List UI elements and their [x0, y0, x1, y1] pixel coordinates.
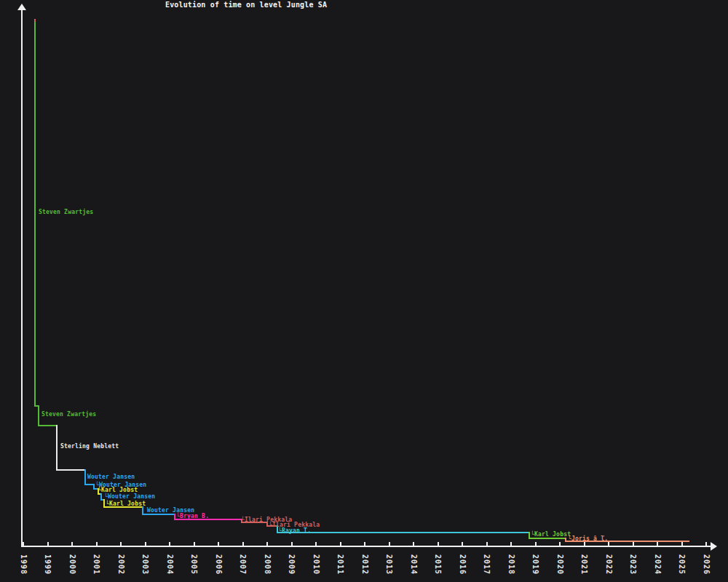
axis-tick [23, 542, 24, 547]
axis-tick [705, 542, 707, 547]
year-tick-label: 2006 [215, 554, 223, 575]
record-label: └Rayan T. [278, 528, 311, 534]
year-tick-label: 2007 [239, 554, 247, 575]
axis-tick [315, 542, 317, 547]
record-label: └Wouter Jansen [104, 494, 155, 500]
record-label: Steven Zwartjes [41, 412, 96, 418]
year-tick-label: 2008 [264, 554, 272, 575]
axis-tick [145, 542, 146, 547]
line-segment [56, 469, 86, 471]
y-axis-line [21, 6, 23, 547]
axis-tick [584, 542, 585, 547]
year-tick-label: 2013 [385, 554, 393, 575]
line-segment [529, 538, 566, 539]
x-axis-arrow-icon [711, 542, 717, 551]
axis-tick [510, 542, 512, 547]
line-segment [84, 469, 86, 485]
year-tick-label: 2000 [68, 554, 76, 575]
year-tick-label: 1998 [20, 554, 28, 575]
chart-canvas: Evolution of time on level Jungle SA 199… [0, 0, 728, 582]
year-tick-label: 2003 [141, 554, 149, 575]
axis-tick [389, 542, 390, 547]
axis-tick [657, 542, 658, 547]
line-segment [277, 532, 530, 533]
axis-tick [681, 542, 683, 547]
y-axis-arrow-icon [17, 4, 26, 10]
year-tick-label: 2025 [678, 554, 686, 575]
year-tick-label: 2023 [629, 554, 637, 575]
year-tick-label: 2011 [336, 554, 344, 575]
chart-title: Evolution of time on level Jungle SA [165, 1, 327, 9]
year-tick-label: 2005 [190, 554, 198, 575]
line-segment [56, 425, 58, 471]
axis-tick [559, 542, 561, 547]
axis-tick [340, 542, 341, 547]
record-label: Steven Zwartjes [39, 210, 93, 215]
axis-tick [486, 542, 488, 547]
year-tick-label: 2021 [580, 554, 588, 575]
axis-tick [608, 542, 609, 547]
year-tick-label: 2014 [410, 554, 418, 575]
record-label: Sterling Neblett [60, 444, 119, 450]
axis-tick [413, 542, 414, 547]
axis-tick [120, 542, 122, 547]
year-tick-label: 2012 [361, 554, 369, 575]
year-tick-label: 1999 [44, 554, 52, 575]
line-segment [38, 405, 39, 426]
record-label: Wouter Jansen [87, 474, 135, 480]
record-label: └Karl Jobst [98, 487, 138, 493]
axis-tick [242, 542, 244, 547]
record-label: └Bryan B. [176, 514, 209, 519]
axis-tick [47, 542, 49, 547]
axis-tick [194, 542, 195, 547]
year-tick-label: 2016 [459, 554, 467, 575]
year-tick-label: 2017 [483, 554, 491, 575]
line-segment [34, 22, 36, 407]
year-tick-label: 2019 [531, 554, 539, 575]
axis-tick [218, 542, 219, 547]
axis-tick [291, 542, 293, 547]
year-tick-label: 2010 [312, 554, 320, 575]
year-tick-label: 2001 [92, 554, 100, 575]
year-tick-label: 2002 [117, 554, 125, 575]
record-label: └Joris â ľ. [568, 536, 608, 542]
year-tick-label: 2026 [703, 554, 711, 575]
year-tick-label: 2015 [434, 554, 442, 575]
axis-tick [535, 542, 537, 547]
axis-tick [438, 542, 439, 547]
year-tick-label: 2020 [556, 554, 564, 575]
axis-tick [266, 542, 268, 547]
axis-tick [364, 542, 365, 547]
axis-tick [462, 542, 463, 547]
axis-tick [169, 542, 170, 547]
axis-tick [71, 542, 73, 547]
axis-tick [96, 542, 98, 547]
year-tick-label: 2024 [654, 554, 662, 575]
record-label: └Karl Jobst [531, 532, 571, 538]
line-segment [142, 514, 175, 515]
year-tick-label: 2004 [166, 554, 174, 575]
axis-tick [633, 542, 634, 547]
year-tick-label: 2018 [507, 554, 515, 575]
line-segment [38, 425, 58, 426]
year-tick-label: 2009 [288, 554, 296, 575]
record-label: └Karl Jobst [106, 501, 146, 507]
year-tick-label: 2022 [605, 554, 613, 575]
